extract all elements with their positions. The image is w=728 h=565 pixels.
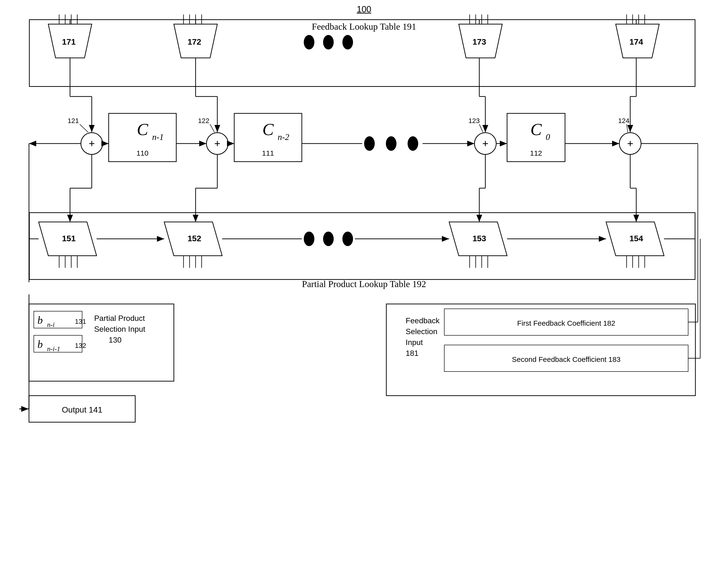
output-box [29,396,135,422]
partial-table-box [29,212,695,280]
feedback-selection-box [386,304,695,396]
svg-text:n-1: n-1 [152,132,164,142]
svg-text:Feedback: Feedback [406,316,440,325]
register-cn2 [234,113,302,162]
svg-text:Input: Input [406,338,423,347]
svg-text:121: 121 [68,117,79,125]
svg-text:+: + [214,138,220,149]
adder-123 [474,133,496,154]
svg-text:+: + [482,138,488,149]
svg-text:112: 112 [530,149,542,157]
svg-text:C: C [137,120,148,139]
adder-121 [81,133,103,154]
svg-text:+: + [89,138,95,149]
svg-text:132: 132 [75,342,86,349]
svg-text:First Feedback Coefficient 182: First Feedback Coefficient 182 [517,319,615,327]
b-ni1-box [34,335,82,352]
feedback-table-label: Feedback Lookup Table 191 [312,21,416,32]
svg-line-26 [80,124,88,132]
svg-text:n-i-1: n-i-1 [47,345,60,352]
adder-122 [206,133,228,154]
svg-text:b: b [37,338,43,350]
first-feedback-box [444,309,688,335]
svg-text:124: 124 [618,117,629,125]
svg-point-37 [386,136,396,151]
svg-text:b: b [37,314,43,326]
svg-text:Second Feedback Coefficient 18: Second Feedback Coefficient 183 [512,355,621,363]
register-c0 [507,113,565,162]
svg-text:+: + [627,138,633,149]
adder-124 [619,133,641,154]
svg-text:C: C [262,120,274,139]
svg-text:Partial Product: Partial Product [94,314,145,322]
partial-product-legend-box [29,304,174,381]
svg-text:Selection: Selection [406,327,438,336]
page-number: 100 [357,4,371,14]
svg-text:110: 110 [136,149,148,157]
svg-text:n-i: n-i [47,321,55,328]
svg-text:0: 0 [546,132,550,142]
svg-text:n-2: n-2 [278,132,289,142]
svg-point-38 [408,136,418,151]
partial-table-label: Partial Product Lookup Table 192 [302,279,426,289]
svg-line-28 [210,124,214,132]
register-cn1 [109,113,176,162]
svg-text:Selection Input: Selection Input [94,325,145,333]
b-ni-box [34,311,82,328]
svg-text:C: C [530,120,542,139]
svg-text:181: 181 [406,349,418,357]
svg-text:131: 131 [75,318,86,325]
svg-text:123: 123 [468,117,480,125]
svg-text:130: 130 [109,335,121,344]
svg-text:122: 122 [198,117,209,125]
second-feedback-box [444,345,688,371]
svg-line-30 [479,124,483,132]
svg-text:111: 111 [262,149,274,157]
svg-text:Output 141: Output 141 [62,405,102,414]
svg-line-32 [627,124,628,132]
svg-point-36 [364,136,375,151]
